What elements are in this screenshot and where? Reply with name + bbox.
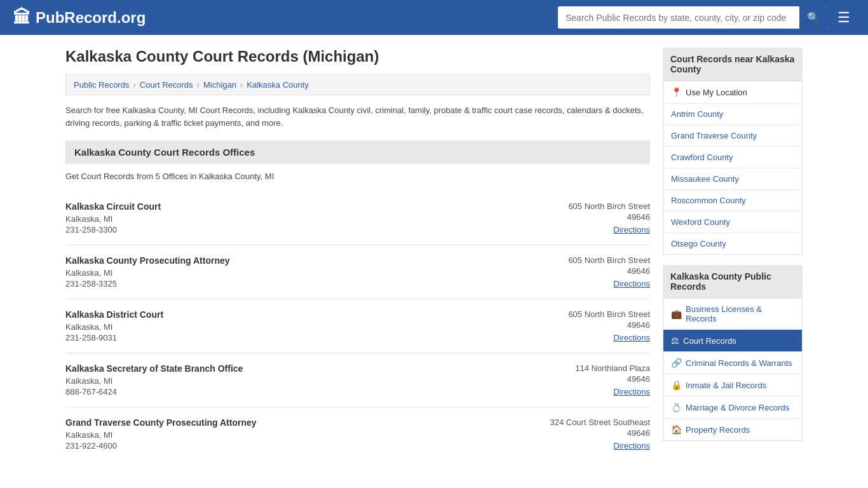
office-name: Kalkaska Circuit Court: [65, 201, 523, 212]
content-area: Kalkaska County Court Records (Michigan)…: [65, 48, 650, 461]
search-button[interactable]: 🔍: [799, 6, 827, 29]
office-city: Kalkaska, MI: [65, 214, 523, 224]
breadcrumb: Public Records › Court Records › Michiga…: [65, 74, 650, 95]
page-title: Kalkaska County Court Records (Michigan): [65, 48, 650, 65]
office-city: Kalkaska, MI: [65, 430, 523, 440]
header-right: 🔍 ☰: [558, 6, 855, 29]
office-address: 114 Northland Plaza 49646 Directions: [523, 363, 650, 396]
ring-icon: 💍: [671, 402, 682, 412]
office-name: Kalkaska County Prosecuting Attorney: [65, 255, 523, 266]
public-records-section-title: Kalkaska County Public Records: [663, 265, 803, 298]
breadcrumb-kalkaska[interactable]: Kalkaska County: [247, 80, 309, 90]
offices-section-header: Kalkaska County Court Records Offices: [65, 140, 650, 164]
office-entry: Kalkaska County Prosecuting Attorney Kal…: [65, 245, 650, 299]
menu-icon: ☰: [837, 10, 850, 25]
chain-icon: 🔗: [671, 358, 682, 368]
office-street: 605 North Birch Street: [523, 255, 650, 265]
nearby-link[interactable]: Wexford County: [663, 212, 802, 233]
nearby-link[interactable]: Crawford County: [663, 147, 802, 168]
nearby-list-item: Missaukee County: [663, 168, 802, 190]
office-zip: 49646: [523, 374, 650, 384]
breadcrumb-sep-2: ›: [197, 80, 200, 90]
public-records-list-item: 💼Business Licenses & Records: [663, 299, 802, 330]
public-records-link[interactable]: ⚖Court Records: [663, 330, 802, 351]
logo-icon: 🏛: [13, 7, 31, 28]
breadcrumb-sep-1: ›: [133, 80, 135, 90]
nearby-link[interactable]: Grand Traverse County: [663, 125, 802, 146]
nearby-section-title: Court Records near Kalkaska County: [663, 48, 803, 81]
nearby-list-item: Roscommon County: [663, 190, 802, 212]
nearby-link[interactable]: Roscommon County: [663, 190, 802, 211]
public-records-list-item: 💍Marriage & Divorce Records: [663, 396, 802, 419]
office-address: 605 North Birch Street 49646 Directions: [523, 201, 650, 234]
nearby-list-item: 📍Use My Location: [663, 81, 802, 104]
public-records-link[interactable]: 💼Business Licenses & Records: [663, 299, 802, 329]
sidebar: Court Records near Kalkaska County 📍Use …: [663, 48, 803, 461]
nearby-link[interactable]: 📍Use My Location: [663, 81, 802, 103]
office-info: Kalkaska Circuit Court Kalkaska, MI 231-…: [65, 201, 523, 234]
public-records-link[interactable]: 🔒Inmate & Jail Records: [663, 374, 802, 396]
breadcrumb-michigan[interactable]: Michigan: [203, 80, 236, 90]
site-header: 🏛 PubRecord.org 🔍 ☰: [0, 0, 868, 35]
office-street: 605 North Birch Street: [523, 201, 650, 211]
main-container: Kalkaska County Court Records (Michigan)…: [53, 35, 815, 473]
public-records-link[interactable]: 🔗Criminal Records & Warrants: [663, 352, 802, 374]
office-entry: Kalkaska Secretary of State Branch Offic…: [65, 353, 650, 407]
office-address: 324 Court Street Southeast 49646 Directi…: [523, 417, 650, 451]
nearby-list-item: Otsego County: [663, 233, 802, 254]
office-street: 114 Northland Plaza: [523, 363, 650, 373]
public-records-list-item: 🔗Criminal Records & Warrants: [663, 352, 802, 374]
office-street: 324 Court Street Southeast: [523, 417, 650, 427]
public-records-link[interactable]: 🏠Property Records: [663, 419, 802, 440]
nearby-link[interactable]: Antrim County: [663, 104, 802, 125]
office-phone: 231-258-3325: [65, 279, 523, 288]
office-entry: Kalkaska Circuit Court Kalkaska, MI 231-…: [65, 191, 650, 245]
office-entry: Grand Traverse County Prosecuting Attorn…: [65, 407, 650, 461]
public-records-list: 💼Business Licenses & Records⚖Court Recor…: [663, 298, 803, 441]
lock-icon: 🔒: [671, 380, 682, 390]
public-records-link[interactable]: 💍Marriage & Divorce Records: [663, 396, 802, 418]
office-entry: Kalkaska District Court Kalkaska, MI 231…: [65, 299, 650, 353]
logo-text: PubRecord.org: [36, 9, 146, 27]
office-name: Kalkaska Secretary of State Branch Offic…: [65, 363, 523, 374]
office-zip: 49646: [523, 428, 650, 438]
office-phone: 231-922-4600: [65, 441, 523, 451]
directions-link[interactable]: Directions: [613, 387, 650, 396]
office-phone: 231-258-9031: [65, 333, 523, 342]
office-street: 605 North Birch Street: [523, 309, 650, 319]
breadcrumb-court-records[interactable]: Court Records: [140, 80, 193, 90]
office-name: Grand Traverse County Prosecuting Attorn…: [65, 417, 523, 428]
nearby-list-item: Crawford County: [663, 147, 802, 168]
search-input[interactable]: [558, 8, 799, 28]
offices-count: Get Court Records from 5 Offices in Kalk…: [65, 172, 650, 181]
office-address: 605 North Birch Street 49646 Directions: [523, 255, 650, 288]
nearby-list-item: Wexford County: [663, 212, 802, 233]
nearby-list: 📍Use My LocationAntrim CountyGrand Trave…: [663, 81, 803, 255]
menu-button[interactable]: ☰: [832, 7, 855, 29]
office-city: Kalkaska, MI: [65, 376, 523, 386]
directions-link[interactable]: Directions: [613, 333, 650, 342]
office-phone: 231-258-3300: [65, 225, 523, 234]
search-icon: 🔍: [807, 12, 820, 23]
search-bar: 🔍: [558, 6, 827, 29]
site-logo[interactable]: 🏛 PubRecord.org: [13, 7, 146, 28]
directions-link[interactable]: Directions: [613, 441, 650, 451]
office-info: Kalkaska County Prosecuting Attorney Kal…: [65, 255, 523, 288]
public-records-list-item: 🏠Property Records: [663, 419, 802, 440]
office-city: Kalkaska, MI: [65, 268, 523, 278]
directions-link[interactable]: Directions: [613, 279, 650, 288]
nearby-link[interactable]: Otsego County: [663, 233, 802, 254]
nearby-link[interactable]: Missaukee County: [663, 168, 802, 189]
office-zip: 49646: [523, 266, 650, 276]
nearby-list-item: Antrim County: [663, 104, 802, 125]
office-phone: 888-767-6424: [65, 387, 523, 396]
breadcrumb-public-records[interactable]: Public Records: [74, 80, 129, 90]
office-info: Kalkaska Secretary of State Branch Offic…: [65, 363, 523, 396]
office-info: Kalkaska District Court Kalkaska, MI 231…: [65, 309, 523, 342]
briefcase-icon: 💼: [671, 309, 682, 319]
public-records-list-item: 🔒Inmate & Jail Records: [663, 374, 802, 396]
house-icon: 🏠: [671, 424, 682, 435]
directions-link[interactable]: Directions: [613, 225, 650, 234]
location-pin-icon: 📍: [671, 87, 682, 97]
public-records-list-item: ⚖Court Records: [663, 330, 802, 352]
